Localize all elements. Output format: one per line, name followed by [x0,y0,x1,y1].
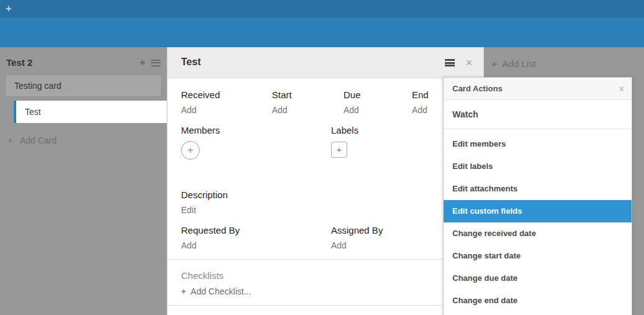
menu-item-edit-members[interactable]: Edit members [444,133,632,155]
board-canvas: Test 2 + Testing card Test + Add Card + … [0,47,644,315]
field-received: Received Add [181,89,272,115]
add-label-button[interactable]: + [331,142,347,158]
plus-icon: + [7,135,13,145]
description-label: Description [181,189,470,200]
add-card-icon[interactable]: + [139,58,146,67]
field-members: Members + [181,125,331,160]
plus-icon: + [492,58,497,69]
card-title: Testing card [14,81,61,91]
card-modal-title: Test [181,57,201,68]
menu-item-change-start-date[interactable]: Change start date [444,245,632,267]
add-card-label: Add Card [20,135,57,145]
card-detail-modal: Test × Received Add Start Add Due Add [167,47,484,315]
card-actions-menu-icon[interactable] [445,59,455,66]
menu-item-edit-labels[interactable]: Edit labels [444,155,632,178]
start-add-link[interactable]: Add [272,105,343,115]
card-actions-menu: Card Actions × Watch Edit members Edit l… [443,77,632,315]
members-labels-row: Members + Labels + [181,125,470,160]
date-fields-row: Received Add Start Add Due Add End Add [181,89,470,115]
field-description: Description Edit [181,189,470,215]
members-label: Members [181,125,331,135]
add-member-button[interactable]: + [181,141,200,160]
list-header: Test 2 + [0,47,167,72]
list-title: Test 2 [6,57,32,68]
add-card-button[interactable]: + Add Card [7,135,161,145]
menu-item-edit-custom-fields[interactable]: Edit custom fields [444,200,632,222]
menu-item-change-received-date[interactable]: Change received date [444,222,632,245]
description-edit-link[interactable]: Edit [181,205,470,215]
due-add-link[interactable]: Add [343,105,412,115]
plus-icon: + [181,286,186,296]
add-checklist-label: Add Checklist... [190,286,251,296]
section-divider [167,259,483,260]
card-testing-card[interactable]: Testing card [6,76,161,96]
close-menu-icon[interactable]: × [619,85,624,93]
requested-by-label: Requested By [181,225,331,235]
card-actions-items: Edit members Edit labels Edit attachment… [444,129,632,312]
close-card-icon[interactable]: × [465,59,472,66]
menu-item-watch[interactable]: Watch [444,100,632,129]
menu-item-edit-attachments[interactable]: Edit attachments [444,178,632,200]
card-title: Test [25,107,41,117]
menu-item-change-due-date[interactable]: Change due date [444,267,632,290]
section-divider [167,305,483,306]
list-menu-icon[interactable] [151,60,161,66]
card-test-selected[interactable]: Test [14,101,167,123]
requested-by-add-link[interactable]: Add [181,240,331,250]
board-header-bar [0,18,644,47]
add-checklist-link[interactable]: + Add Checklist... [181,286,470,296]
card-modal-body: Received Add Start Add Due Add End Add [167,78,483,306]
checklists-section: Checklists + Add Checklist... [181,270,470,296]
card-modal-header: Test × [167,47,483,78]
add-list-label: Add List [502,58,536,69]
field-label: Due [343,89,412,100]
received-add-link[interactable]: Add [181,105,272,115]
menu-item-change-end-date[interactable]: Change end date [444,290,632,312]
field-start: Start Add [272,89,343,115]
checklists-label: Checklists [181,270,470,281]
card-actions-title: Card Actions [452,84,502,93]
requested-assigned-row: Requested By Add Assigned By Add [181,225,470,250]
field-due: Due Add [343,89,412,115]
top-navigation-bar: + [0,0,644,18]
list-test-2: Test 2 + Testing card Test + Add Card [0,47,167,145]
field-label: Received [181,89,272,100]
card-actions-menu-header: Card Actions × [444,78,632,100]
field-label: Start [272,89,343,100]
field-requested-by: Requested By Add [181,225,331,250]
add-board-icon[interactable]: + [6,3,11,14]
add-list-button[interactable]: + Add List [492,58,536,69]
